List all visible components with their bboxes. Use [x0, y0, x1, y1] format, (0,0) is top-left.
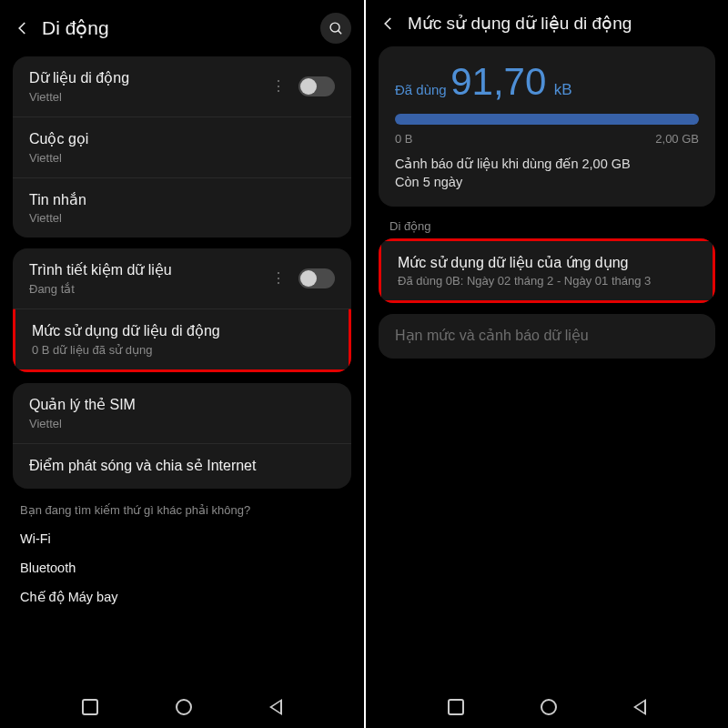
row-mobile-data[interactable]: Dữ liệu di động Viettel ⋮	[13, 56, 351, 116]
usage-warning: Cảnh báo dữ liệu khi dùng đến 2,00 GB Cò…	[395, 155, 699, 192]
usage-bar	[395, 114, 699, 125]
page-title: Di động	[42, 17, 311, 39]
bar-labels: 0 B 2,00 GB	[395, 132, 699, 146]
usage-sub: 0 B dữ liệu đã sử dụng	[32, 343, 332, 357]
saver-sub: Đang tắt	[29, 282, 271, 296]
app-usage-title: Mức sử dụng dữ liệu của ứng dụng	[398, 254, 696, 273]
back-icon[interactable]	[379, 14, 399, 34]
nav-back-icon[interactable]	[269, 699, 282, 715]
mobile-data-toggle[interactable]	[298, 76, 335, 96]
header: Di động	[7, 5, 357, 56]
card-app-usage: Mức sử dụng dữ liệu của ứng dụng Đã dùng…	[379, 238, 715, 304]
sms-sub: Viettel	[29, 211, 335, 225]
calls-title: Cuộc gọi	[29, 130, 335, 149]
header: Mức sử dụng dữ liệu di động	[373, 5, 721, 46]
link-wifi[interactable]: Wi-Fi	[7, 524, 357, 553]
footer-hint: Bạn đang tìm kiếm thứ gì khác phải không…	[7, 500, 357, 524]
back-icon[interactable]	[13, 18, 33, 38]
svg-point-0	[330, 23, 339, 32]
hotspot-title: Điểm phát sóng và chia sẻ Internet	[29, 457, 335, 476]
row-calls[interactable]: Cuộc gọi Viettel	[13, 116, 351, 177]
navbar	[7, 686, 357, 723]
nav-back-icon[interactable]	[633, 699, 646, 715]
nav-home-icon[interactable]	[541, 699, 557, 715]
sim-title: Quản lý thẻ SIM	[29, 396, 335, 415]
more-icon[interactable]: ⋮	[271, 84, 286, 89]
more-icon[interactable]: ⋮	[271, 276, 286, 281]
search-button[interactable]	[320, 13, 351, 44]
row-app-usage[interactable]: Mức sử dụng dữ liệu của ứng dụng Đã dùng…	[379, 238, 715, 304]
used-label: Đã dùng	[395, 82, 447, 97]
page-title: Mức sử dụng dữ liệu di động	[408, 13, 715, 34]
card-limit: Hạn mức và cảnh báo dữ liệu	[379, 314, 715, 359]
usage-title: Mức sử dụng dữ liệu di động	[32, 322, 332, 341]
nav-recents-icon[interactable]	[448, 699, 464, 715]
card-sim: Quản lý thẻ SIM Viettel Điểm phát sóng v…	[13, 383, 351, 489]
used-unit: kB	[554, 81, 572, 98]
row-limit[interactable]: Hạn mức và cảnh báo dữ liệu	[379, 314, 715, 359]
card-data: Trình tiết kiệm dữ liệu Đang tắt ⋮ Mức s…	[13, 248, 351, 372]
navbar	[373, 686, 721, 723]
phone-left: Di động Dữ liệu di động Viettel ⋮ Cuộc g…	[0, 0, 364, 728]
row-hotspot[interactable]: Điểm phát sóng và chia sẻ Internet	[13, 443, 351, 489]
used-line: Đã dùng 91,70 kB	[395, 63, 699, 101]
saver-toggle[interactable]	[298, 268, 335, 288]
row-data-saver[interactable]: Trình tiết kiệm dữ liệu Đang tắt ⋮	[13, 248, 351, 308]
svg-line-1	[338, 30, 341, 34]
section-label: Di động	[373, 217, 721, 238]
nav-recents-icon[interactable]	[82, 699, 98, 715]
saver-title: Trình tiết kiệm dữ liệu	[29, 261, 271, 280]
link-bluetooth[interactable]: Bluetooth	[7, 553, 357, 582]
limit-title: Hạn mức và cảnh báo dữ liệu	[395, 327, 699, 346]
nav-home-icon[interactable]	[176, 699, 192, 715]
mobile-data-title: Dữ liệu di động	[29, 69, 271, 88]
app-usage-sub: Đã dùng 0B: Ngày 02 tháng 2 - Ngày 01 th…	[398, 274, 696, 288]
usage-summary-card: Đã dùng 91,70 kB 0 B 2,00 GB Cảnh báo dữ…	[379, 46, 715, 207]
mobile-data-sub: Viettel	[29, 90, 271, 104]
row-sim-manager[interactable]: Quản lý thẻ SIM Viettel	[13, 383, 351, 443]
bar-min: 0 B	[395, 132, 413, 146]
sms-title: Tin nhắn	[29, 191, 335, 210]
row-mobile-usage[interactable]: Mức sử dụng dữ liệu di động 0 B dữ liệu …	[13, 308, 351, 372]
used-value: 91,70	[450, 60, 546, 103]
sim-sub: Viettel	[29, 417, 335, 430]
bar-max: 2,00 GB	[655, 132, 699, 146]
card-connections: Dữ liệu di động Viettel ⋮ Cuộc gọi Viett…	[13, 56, 351, 238]
link-airplane[interactable]: Chế độ Máy bay	[7, 582, 357, 612]
row-sms[interactable]: Tin nhắn Viettel	[13, 177, 351, 238]
calls-sub: Viettel	[29, 151, 335, 165]
phone-right: Mức sử dụng dữ liệu di động Đã dùng 91,7…	[364, 0, 728, 728]
